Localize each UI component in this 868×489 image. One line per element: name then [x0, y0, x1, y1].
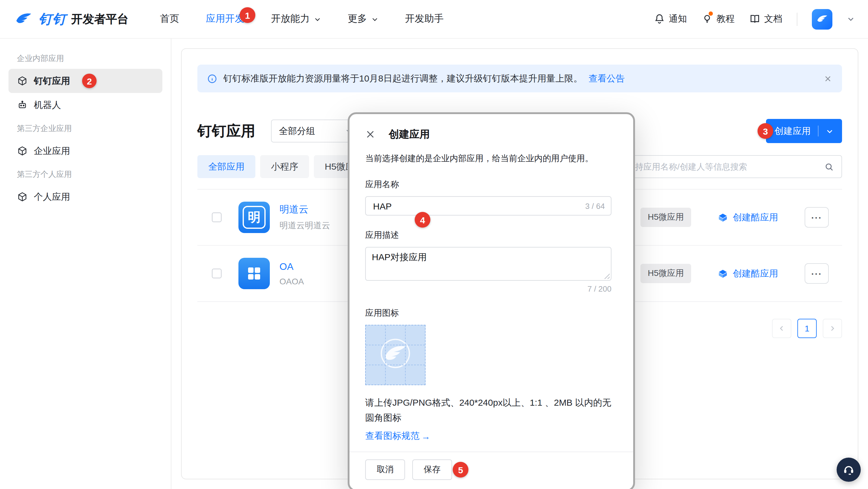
app-name-link[interactable]: OA	[279, 261, 304, 272]
sidebar-item-corp-apps[interactable]: 企业应用	[8, 139, 162, 163]
sidebar-item-dingtalk-apps[interactable]: 钉钉应用 2	[8, 69, 162, 93]
tutorial-label: 教程	[716, 13, 735, 25]
notice-banner: 钉钉标准版开放能力资源用量将于10月8日起进行调整，建议升级钉钉版本提升用量上限…	[197, 65, 842, 92]
create-cool-app-label: 创建酷应用	[733, 268, 778, 279]
app-description: 明道云明道云	[279, 220, 330, 231]
brand[interactable]: 钉钉 开发者平台	[13, 10, 129, 28]
notifications-button[interactable]: 通知	[654, 13, 687, 25]
group-select[interactable]: 全部分组	[271, 120, 360, 143]
robot-icon	[17, 100, 28, 111]
row-actions: H5微应用 创建酷应用 ···	[641, 263, 842, 284]
nav-item-open-capability[interactable]: 开放能力	[271, 13, 321, 25]
notice-banner-text: 钉钉标准版开放能力资源用量将于10月8日起进行调整，建议升级钉钉版本提升用量上限…	[223, 73, 583, 84]
nav-item-home[interactable]: 首页	[160, 13, 179, 25]
cancel-button[interactable]: 取消	[365, 459, 405, 480]
nav-item-dev-assistant-label: 开发助手	[405, 13, 444, 25]
nav-item-home-label: 首页	[160, 13, 179, 25]
notice-banner-link[interactable]: 查看公告	[589, 73, 625, 84]
app-icon-preview[interactable]	[365, 325, 426, 385]
app-name-input[interactable]	[372, 200, 585, 212]
book-icon	[749, 13, 761, 25]
tutorial-button[interactable]: 教程	[702, 13, 735, 25]
brand-platform: 开发者平台	[71, 11, 129, 27]
row-checkbox[interactable]	[212, 213, 221, 222]
sidebar-item-dingtalk-apps-label: 钉钉应用	[34, 75, 70, 87]
search-input[interactable]	[625, 161, 824, 172]
icon-spec-link[interactable]: 查看图标规范 →	[365, 430, 430, 442]
page-title: 钉钉应用	[197, 121, 255, 141]
tab-all-apps[interactable]: 全部应用	[197, 155, 255, 178]
top-navbar: 钉钉 开发者平台 首页 应用开发 1 开放能力 更多 开发助手	[0, 0, 868, 39]
more-actions-button[interactable]: ···	[805, 207, 829, 227]
chevron-down-icon	[314, 16, 321, 23]
annotation-2: 2	[82, 74, 97, 88]
app-type-badge: H5微应用	[641, 264, 691, 283]
sidebar-section-internal: 企业内部应用	[8, 47, 162, 69]
create-cool-app-link[interactable]: 创建酷应用	[718, 212, 778, 223]
banner-close-icon[interactable]	[823, 74, 832, 83]
page: 钉钉 开发者平台 首页 应用开发 1 开放能力 更多 开发助手	[0, 0, 868, 489]
app-icon-label: 应用图标	[365, 308, 618, 319]
cube-icon	[17, 75, 28, 86]
docs-button[interactable]: 文档	[749, 13, 782, 25]
nav-item-open-capability-label: 开放能力	[271, 13, 310, 25]
annotation-4: 4	[415, 212, 430, 227]
tab-mini-program[interactable]: 小程序	[260, 155, 309, 178]
create-app-button-label: 创建应用	[774, 125, 811, 137]
more-actions-button[interactable]: ···	[805, 263, 829, 284]
create-app-button[interactable]: 3 创建应用	[766, 119, 842, 143]
dingtalk-wing-placeholder-icon	[377, 336, 414, 374]
cube-icon	[17, 191, 28, 202]
search-icon[interactable]	[824, 161, 834, 172]
icon-spec-link-label: 查看图标规范	[365, 430, 420, 442]
bell-icon	[654, 13, 665, 25]
nav-item-more-label: 更多	[348, 13, 367, 25]
lightbulb-icon	[702, 13, 713, 25]
sidebar-section-third-corp: 第三方企业应用	[8, 117, 162, 139]
grid-guide	[385, 326, 386, 385]
sidebar-item-robot-label: 机器人	[34, 99, 61, 111]
grid-guide	[366, 345, 425, 346]
app-icon-mingdao: 明	[239, 202, 270, 233]
row-checkbox[interactable]	[212, 269, 221, 278]
app-name-link[interactable]: 明道云	[279, 204, 330, 216]
modal-close-icon[interactable]	[365, 129, 375, 140]
modal-footer: 取消 保存 5	[349, 452, 633, 489]
nav-item-dev-assistant[interactable]: 开发助手	[405, 13, 444, 25]
save-button[interactable]: 保存 5	[412, 459, 452, 480]
main-nav: 首页 应用开发 1 开放能力 更多 开发助手	[160, 13, 444, 25]
customer-service-button[interactable]	[837, 458, 861, 482]
next-page-button[interactable]	[823, 319, 842, 338]
nav-item-more[interactable]: 更多	[348, 13, 378, 25]
nav-item-app-dev[interactable]: 应用开发 1	[206, 13, 245, 25]
grid-icon	[245, 265, 263, 282]
create-cool-app-link[interactable]: 创建酷应用	[718, 268, 778, 279]
app-desc-textarea[interactable]: HAP对接应用	[366, 247, 611, 280]
sidebar-section-third-personal: 第三方个人应用	[8, 163, 162, 185]
save-button-label: 保存	[424, 464, 441, 475]
chevron-down-icon	[826, 127, 834, 135]
icon-upload-hint: 请上传JPG/PNG格式、240*240px以上、1:1 、2MB 以内的无圆角…	[365, 395, 613, 425]
app-search-box	[618, 155, 842, 178]
page-number-current[interactable]: 1	[797, 319, 817, 338]
app-desc-label: 应用描述	[365, 230, 399, 240]
avatar[interactable]	[812, 9, 832, 29]
app-name-label: 应用名称	[365, 179, 618, 190]
notification-dot	[709, 11, 713, 16]
navbar-divider	[797, 12, 797, 26]
dingtalk-logo-icon	[13, 10, 34, 28]
annotation-5: 5	[453, 462, 468, 478]
app-description: OAOA	[279, 276, 304, 286]
modal-body: 当前选择创建的是企业内部应用，给当前企业内的用户使用。 应用名称 3 / 64 …	[349, 152, 633, 452]
modal-intro-text: 当前选择创建的是企业内部应用，给当前企业内的用户使用。	[365, 152, 613, 165]
app-icon-glyph: 明	[243, 206, 266, 229]
cool-app-icon	[718, 212, 728, 222]
app-name-counter: 3 / 64	[585, 201, 605, 210]
arrow-right-icon: →	[421, 431, 430, 441]
group-select-value: 全部分组	[279, 125, 315, 137]
account-chevron-down-icon[interactable]	[847, 15, 855, 23]
prev-page-button[interactable]	[772, 319, 791, 338]
app-icon-oa	[239, 258, 270, 289]
sidebar-item-robot[interactable]: 机器人	[8, 93, 162, 117]
sidebar-item-personal-apps[interactable]: 个人应用	[8, 185, 162, 209]
